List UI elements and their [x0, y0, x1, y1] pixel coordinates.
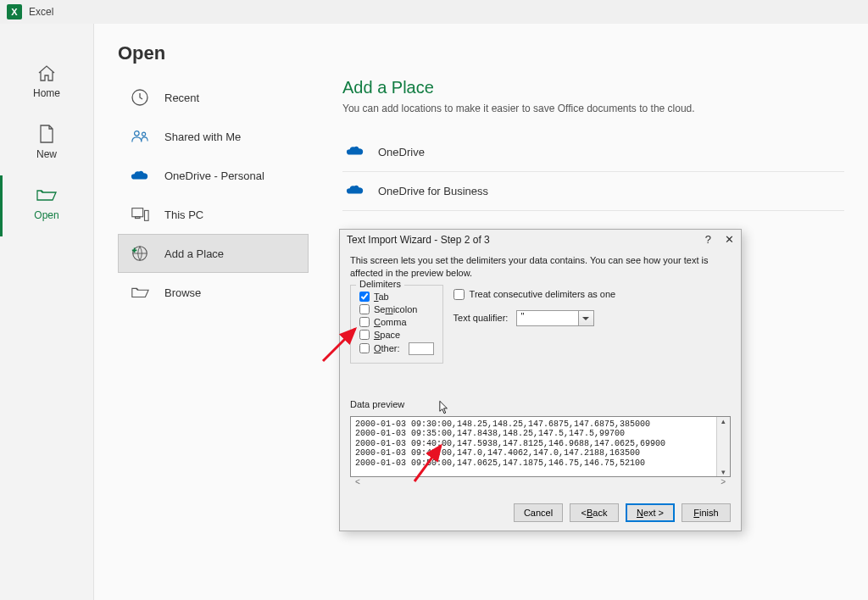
open-folder-icon — [36, 186, 58, 204]
nav-open[interactable]: Open — [0, 175, 93, 236]
data-preview-text: 2000-01-03 09:30:00,148.25,148.25,147.68… — [351, 417, 716, 476]
place-onedrive[interactable]: OneDrive — [342, 133, 844, 172]
finish-button[interactable]: Finish — [682, 503, 731, 522]
place-onedrive-business-label: OneDrive for Business — [378, 185, 488, 197]
people-icon — [131, 127, 149, 146]
text-qualifier-label: Text qualifier: — [453, 313, 509, 323]
nav-home[interactable]: Home — [0, 53, 93, 114]
svg-point-1 — [135, 131, 140, 136]
next-button[interactable]: Next > — [626, 503, 675, 522]
nav-open-label: Open — [34, 209, 58, 221]
preview-vertical-scrollbar[interactable]: ▴ ▾ — [716, 417, 731, 476]
place-onedrive-label: OneDrive — [378, 146, 425, 158]
source-onedrive-personal[interactable]: OneDrive - Personal — [118, 156, 309, 195]
text-qualifier-row: Text qualifier: " — [453, 310, 731, 326]
cursor-icon — [439, 400, 449, 415]
dialog-body: This screen lets you set the delimiters … — [340, 249, 741, 495]
cancel-button[interactable]: Cancel — [514, 503, 563, 522]
place-onedrive-business[interactable]: OneDrive for Business — [342, 172, 844, 211]
scroll-left-icon[interactable]: < — [355, 477, 360, 486]
data-preview-label: Data preview — [350, 399, 731, 409]
text-import-wizard-dialog: Text Import Wizard - Step 2 of 3 ? ✕ Thi… — [339, 229, 742, 531]
nav-new-label: New — [36, 148, 57, 160]
delimiter-options: Treat consecutive delimiters as one Text… — [453, 285, 731, 326]
onedrive-icon — [131, 166, 149, 185]
text-qualifier-select[interactable]: " — [516, 310, 594, 326]
source-add-place-label: Add a Place — [164, 247, 224, 260]
scroll-up-icon[interactable]: ▴ — [721, 417, 726, 425]
delimiter-tab-checkbox[interactable]: Tab — [359, 292, 434, 302]
nav-rail: Home New Open — [0, 24, 93, 600]
source-recent-label: Recent — [164, 92, 199, 104]
tab-checkbox-input[interactable] — [359, 292, 370, 302]
clock-icon — [131, 88, 149, 107]
dialog-title: Text Import Wizard - Step 2 of 3 — [347, 234, 490, 246]
source-this-pc-label: This PC — [164, 208, 203, 221]
delimiter-other-checkbox[interactable]: Other: — [359, 342, 434, 355]
help-button[interactable]: ? — [705, 233, 711, 246]
treat-consecutive-checkbox[interactable]: Treat consecutive delimiters as one — [453, 289, 731, 300]
add-place-desc: You can add locations to make it easier … — [342, 103, 844, 114]
svg-rect-3 — [132, 208, 143, 217]
source-browse[interactable]: Browse — [118, 273, 309, 312]
space-checkbox-input[interactable] — [359, 330, 370, 340]
other-delimiter-input[interactable] — [409, 342, 434, 355]
window-titlebar: Excel — [0, 0, 868, 24]
delimiter-space-checkbox[interactable]: Space — [359, 330, 434, 340]
source-recent[interactable]: Recent — [118, 78, 309, 117]
wizard-description: This screen lets you set the delimiters … — [350, 254, 731, 280]
back-button[interactable]: < Back — [570, 503, 619, 522]
other-checkbox-input[interactable] — [359, 343, 370, 353]
app-name: Excel — [29, 6, 53, 18]
treat-consecutive-input[interactable] — [453, 289, 465, 300]
home-icon — [36, 64, 58, 82]
source-list: Recent Shared with Me OneDrive - Persona… — [118, 78, 309, 312]
delimiter-comma-checkbox[interactable]: Comma — [359, 317, 434, 327]
nav-home-label: Home — [33, 87, 60, 99]
delimiters-legend: Delimiters — [356, 279, 404, 289]
semicolon-checkbox-input[interactable] — [359, 304, 370, 314]
nav-new[interactable]: New — [0, 114, 93, 175]
source-this-pc[interactable]: This PC — [118, 195, 309, 234]
source-add-place[interactable]: Add a Place — [118, 234, 309, 273]
cloud-icon — [346, 184, 364, 198]
pc-icon — [131, 205, 149, 224]
scroll-down-icon[interactable]: ▾ — [721, 468, 726, 476]
comma-checkbox-input[interactable] — [359, 317, 370, 327]
scroll-right-icon[interactable]: > — [721, 477, 726, 486]
svg-rect-5 — [145, 210, 149, 220]
new-doc-icon — [36, 125, 58, 143]
svg-rect-4 — [136, 217, 141, 219]
source-browse-label: Browse — [164, 286, 201, 299]
delimiters-group: Delimiters Tab Semicolon Comma Space Oth… — [350, 285, 443, 364]
page-title: Open — [118, 42, 844, 64]
delimiter-semicolon-checkbox[interactable]: Semicolon — [359, 304, 434, 314]
dialog-button-row: Cancel < Back Next > Finish — [340, 495, 741, 531]
dialog-titlebar[interactable]: Text Import Wizard - Step 2 of 3 ? ✕ — [340, 230, 741, 249]
excel-app-icon — [7, 4, 22, 19]
cloud-icon — [346, 145, 364, 159]
add-place-title: Add a Place — [342, 78, 844, 97]
source-shared-label: Shared with Me — [164, 131, 241, 143]
source-shared[interactable]: Shared with Me — [118, 117, 309, 156]
source-onedrive-personal-label: OneDrive - Personal — [164, 169, 264, 182]
browse-folder-icon — [131, 283, 149, 302]
preview-horizontal-scrollbar[interactable]: < > — [350, 477, 731, 486]
data-preview-box: 2000-01-03 09:30:00,148.25,148.25,147.68… — [350, 416, 731, 477]
add-place-icon — [131, 244, 149, 263]
close-button[interactable]: ✕ — [725, 233, 734, 246]
svg-point-2 — [142, 132, 145, 136]
